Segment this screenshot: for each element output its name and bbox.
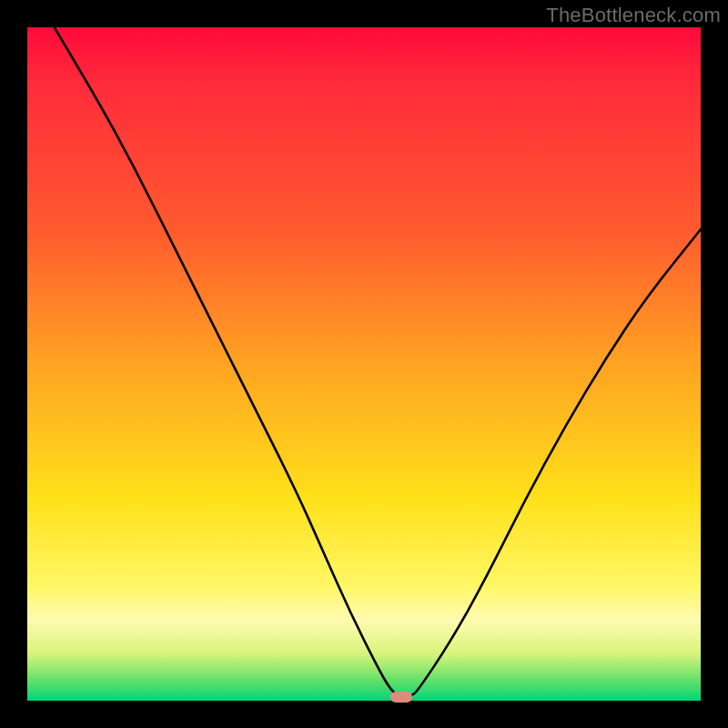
watermark-text: TheBottleneck.com bbox=[546, 4, 721, 27]
plot-background-gradient bbox=[27, 27, 701, 701]
chart-frame: TheBottleneck.com bbox=[0, 0, 728, 728]
